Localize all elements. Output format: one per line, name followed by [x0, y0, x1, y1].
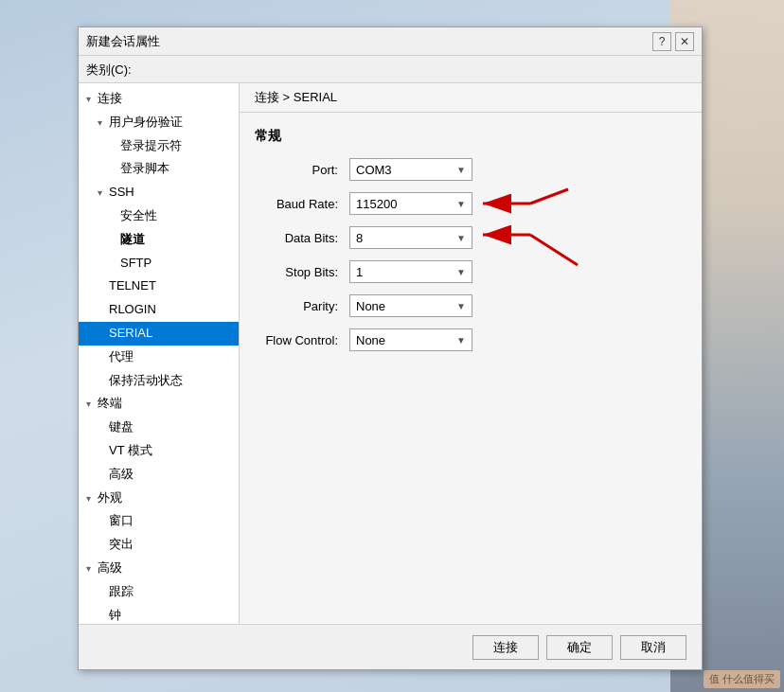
cancel-button[interactable]: 取消 — [620, 635, 686, 660]
dropdown-data-bits[interactable]: 8▼ — [349, 226, 472, 249]
tree-label: 用户身份验证 — [109, 115, 183, 129]
tree-label: 终端 — [98, 396, 122, 410]
dialog-titlebar: 新建会话属性 ? ✕ — [79, 27, 702, 56]
form-row-flow-control: Flow Control:None▼ — [255, 328, 686, 351]
label-data-bits: Data Bits: — [255, 231, 349, 245]
dropdown-arrow-data-bits: ▼ — [456, 233, 466, 243]
section-title: 常规 — [255, 128, 686, 145]
tree-item-appearance[interactable]: ▾外观 — [79, 487, 239, 510]
content-panel: 连接 > SERIAL 常规 Port:COM3▼Baud Rate:11520… — [240, 83, 702, 624]
form-row-port: Port:COM3▼ — [255, 158, 686, 181]
tree-label: VT 模式 — [109, 443, 152, 457]
label-port: Port: — [255, 163, 349, 177]
dropdown-parity[interactable]: None▼ — [349, 294, 472, 317]
tree-label: RLOGIN — [109, 302, 156, 316]
tree-item-advanced2[interactable]: ▾高级 — [79, 557, 239, 580]
dialog-footer: 连接 确定 取消 — [79, 624, 702, 669]
close-button[interactable]: ✕ — [675, 32, 694, 51]
tree-item-serial[interactable]: SERIAL — [79, 322, 239, 346]
expand-icon: ▾ — [98, 186, 109, 201]
ok-button[interactable]: 确定 — [546, 635, 613, 660]
expand-icon: ▾ — [86, 561, 98, 577]
tree-label: SSH — [109, 185, 134, 199]
breadcrumb: 连接 > SERIAL — [240, 83, 702, 113]
dropdown-stop-bits[interactable]: 1▼ — [349, 260, 472, 283]
watermark: 值 什么值得买 — [704, 670, 780, 688]
tree-label: 突出 — [109, 537, 134, 551]
tree-label: 保持活动状态 — [109, 373, 183, 387]
tree-label: 外观 — [98, 490, 122, 505]
dropdown-value-flow-control: None — [356, 333, 385, 347]
connect-button[interactable]: 连接 — [472, 635, 539, 660]
tree-item-security[interactable]: 安全性 — [79, 204, 239, 228]
tree-item-terminal[interactable]: ▾终端 — [79, 392, 239, 416]
tree-item-connection[interactable]: ▾连接 — [79, 87, 239, 111]
tree-label: 登录脚本 — [120, 161, 169, 175]
dropdown-value-stop-bits: 1 — [356, 265, 363, 279]
dropdown-port[interactable]: COM3▼ — [349, 158, 472, 181]
content-inner: 常规 Port:COM3▼Baud Rate:115200▼Data Bits:… — [240, 113, 702, 624]
tree-item-proxy[interactable]: 代理 — [79, 346, 239, 369]
expand-icon: ▾ — [86, 397, 98, 412]
expand-icon: ▾ — [98, 115, 109, 131]
tree-label: 代理 — [109, 349, 134, 364]
tree-label: 高级 — [109, 467, 134, 481]
category-label: 类别(C): — [79, 56, 702, 82]
dropdown-flow-control[interactable]: None▼ — [349, 328, 472, 351]
tree-item-user-auth[interactable]: ▾用户身份验证 — [79, 111, 239, 134]
label-stop-bits: Stop Bits: — [255, 265, 349, 279]
tree-item-vt-mode[interactable]: VT 模式 — [79, 439, 239, 463]
dropdown-baud-rate[interactable]: 115200▼ — [349, 192, 472, 215]
dropdown-arrow-port: ▼ — [456, 165, 466, 175]
dropdown-value-baud-rate: 115200 — [356, 197, 397, 211]
dropdown-value-parity: None — [356, 299, 385, 313]
tree-panel: ▾连接▾用户身份验证 登录提示符 登录脚本▾SSH 安全性 隧道 SFTP TE… — [79, 83, 240, 624]
tree-label: 登录提示符 — [120, 138, 182, 152]
tree-label: 连接 — [98, 91, 122, 105]
tree-item-sftp[interactable]: SFTP — [79, 252, 239, 275]
tree-item-trace[interactable]: 跟踪 — [79, 580, 239, 604]
form-row-baud-rate: Baud Rate:115200▼ — [255, 192, 686, 215]
tree-label: 窗口 — [109, 513, 134, 527]
tree-item-login-prompt[interactable]: 登录提示符 — [79, 134, 239, 158]
tree-item-keyboard[interactable]: 键盘 — [79, 416, 239, 439]
tree-item-telnet[interactable]: TELNET — [79, 275, 239, 298]
tree-label: 钟 — [109, 608, 121, 622]
tree-label: TELNET — [109, 278, 156, 293]
dialog-title: 新建会话属性 — [86, 33, 160, 50]
form-row-parity: Parity:None▼ — [255, 294, 686, 317]
dropdown-arrow-parity: ▼ — [456, 301, 466, 311]
dialog-body: ▾连接▾用户身份验证 登录提示符 登录脚本▾SSH 安全性 隧道 SFTP TE… — [79, 82, 702, 624]
dropdown-arrow-flow-control: ▼ — [456, 335, 466, 346]
expand-icon: ▾ — [86, 491, 98, 506]
tree-item-bell[interactable]: 钟 — [79, 604, 239, 624]
tree-item-highlight[interactable]: 突出 — [79, 533, 239, 557]
tree-label: 隧道 — [120, 232, 145, 246]
dropdown-arrow-baud-rate: ▼ — [456, 199, 466, 209]
label-baud-rate: Baud Rate: — [255, 197, 349, 211]
label-parity: Parity: — [255, 299, 349, 313]
tree-label: SERIAL — [109, 326, 152, 340]
tree-label: 跟踪 — [109, 584, 134, 598]
tree-label: 键盘 — [109, 419, 134, 434]
tree-item-window[interactable]: 窗口 — [79, 509, 239, 533]
tree-item-rlogin[interactable]: RLOGIN — [79, 298, 239, 322]
form-row-stop-bits: Stop Bits:1▼ — [255, 260, 686, 283]
titlebar-buttons: ? ✕ — [652, 32, 694, 51]
tree-label: 高级 — [98, 560, 122, 575]
tree-item-ssh[interactable]: ▾SSH — [79, 181, 239, 204]
tree-label: SFTP — [120, 256, 151, 270]
tree-item-keepalive[interactable]: 保持活动状态 — [79, 369, 239, 393]
dropdown-value-port: COM3 — [356, 163, 392, 177]
tree-label: 安全性 — [120, 208, 157, 222]
dropdown-arrow-stop-bits: ▼ — [456, 267, 466, 277]
form-row-data-bits: Data Bits:8▼ — [255, 226, 686, 249]
label-flow-control: Flow Control: — [255, 333, 349, 347]
form-fields: Port:COM3▼Baud Rate:115200▼Data Bits:8▼S… — [255, 158, 686, 351]
help-button[interactable]: ? — [652, 32, 671, 51]
tree-item-tunnel[interactable]: 隧道 — [79, 228, 239, 252]
tree-item-advanced[interactable]: 高级 — [79, 463, 239, 487]
tree-item-login-script[interactable]: 登录脚本 — [79, 157, 239, 181]
expand-icon: ▾ — [86, 92, 98, 107]
dropdown-value-data-bits: 8 — [356, 231, 363, 245]
